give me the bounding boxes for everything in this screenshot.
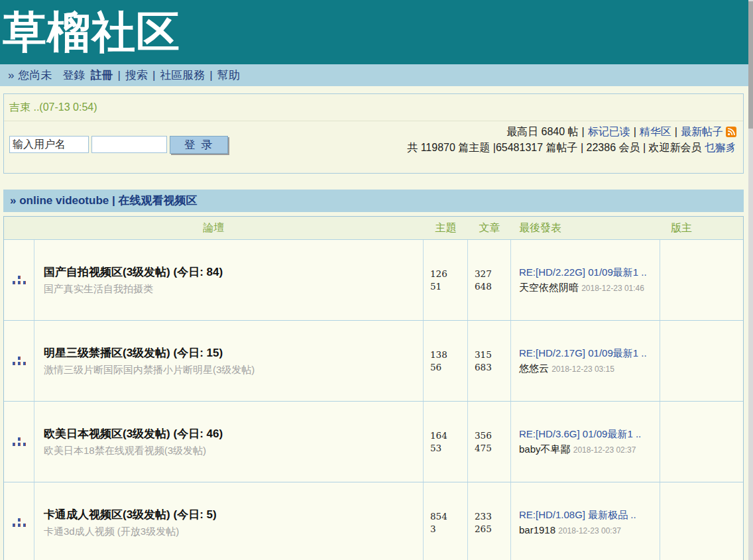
- broken-image-icon: [13, 357, 26, 365]
- stats-separator: |: [634, 126, 636, 137]
- announcement-text[interactable]: 吉束 ..(07-13 0:54): [4, 94, 743, 121]
- daily-record-text: 最高日 6840 帖: [506, 126, 578, 137]
- page: 草榴社区 »您尚未登錄註冊|搜索|社區服務|幫助 吉束 ..(07-13 0:5…: [0, 0, 748, 560]
- nav-register-link[interactable]: 註冊: [90, 69, 113, 82]
- last-post-time: 2018-12-23 02:37: [573, 445, 636, 455]
- moderator-cell: [660, 482, 743, 560]
- forum-description: 激情三级片断国际国内禁播小片断明星(3级发帖): [44, 363, 416, 376]
- rss-icon[interactable]: [726, 127, 736, 137]
- forum-title-link[interactable]: 欧美日本视频区(3级发帖) (今日: 46): [44, 427, 416, 441]
- login-button[interactable]: 登 录: [170, 136, 228, 154]
- totals-text: 共 119870 篇主题 |65481317 篇帖子 | 22386 会员 | …: [407, 142, 701, 153]
- login-status-text: 您尚未: [18, 69, 52, 82]
- scrollbar-thumb[interactable]: [748, 1, 753, 129]
- stats-separator: |: [675, 126, 677, 137]
- digest-link[interactable]: 精华区: [640, 126, 671, 137]
- forum-table-header: 論壇 主題 文章 最後發表 版主: [4, 217, 743, 239]
- stats-line-1: 最高日 6840 帖|标记已读|精华区|最新帖子: [407, 124, 736, 140]
- password-input[interactable]: [91, 136, 167, 153]
- last-post-author[interactable]: 天空依然阴暗: [519, 282, 579, 293]
- nav-separator: |: [117, 69, 120, 82]
- forum-row: 卡通成人视频区(3级发帖) (今日: 5) 卡通3d成人视频 (开放3级发帖) …: [4, 482, 743, 560]
- last-post-author[interactable]: baby不卑鄙: [519, 443, 571, 455]
- notice-login-panel: 吉束 ..(07-13 0:54) 登 录 最高日 6840 帖|标记已读|精华…: [3, 93, 744, 174]
- mark-read-link[interactable]: 标记已读: [588, 126, 630, 137]
- last-post-time: 2018-12-23 01:46: [581, 284, 644, 293]
- nav-help-link[interactable]: 幫助: [217, 69, 240, 82]
- broken-image-icon: [13, 276, 26, 284]
- moderator-cell: [660, 321, 743, 401]
- header-forum: 論壇: [4, 221, 424, 235]
- last-post-time: 2018-12-23 03:15: [551, 364, 614, 374]
- last-post-author[interactable]: bar1918: [519, 524, 555, 535]
- forum-row: 明星三级禁播区(3级发帖) (今日: 15) 激情三级片断国际国内禁播小片断明星…: [4, 320, 743, 401]
- new-member-link[interactable]: 乜獬豸: [705, 142, 736, 153]
- broken-image-icon: [13, 518, 26, 527]
- moderator-cell: [660, 240, 743, 320]
- forum-title-link[interactable]: 国产自拍视频区(3级发帖) (今日: 84): [44, 265, 416, 280]
- site-header: 草榴社区: [0, 0, 748, 64]
- header-moderator: 版主: [660, 221, 743, 235]
- forum-status-icon: [4, 482, 34, 560]
- category-section-title[interactable]: » online videotube | 在线观看视频区: [3, 190, 744, 212]
- nav-separator: |: [152, 69, 155, 82]
- last-post-author[interactable]: 悠悠云: [519, 363, 549, 374]
- last-post-link[interactable]: RE:[HD/3.6G] 01/09最新1 ..: [519, 427, 654, 441]
- post-count: 327648: [475, 268, 497, 292]
- last-post-link[interactable]: RE:[HD/2.22G] 01/09最新1 ..: [519, 265, 654, 279]
- forum-status-icon: [4, 402, 34, 482]
- forum-description: 卡通3d成人视频 (开放3级发帖): [44, 525, 416, 538]
- topic-count: 12651: [430, 268, 453, 292]
- forum-title-link[interactable]: 卡通成人视频区(3级发帖) (今日: 5): [44, 508, 416, 522]
- topic-count: 13856: [430, 349, 453, 372]
- forum-table: 論壇 主題 文章 最後發表 版主 国产自拍视频区(3级发帖) (今日: 84) …: [3, 216, 744, 560]
- forum-status-icon: [4, 321, 34, 401]
- forum-row: 国产自拍视频区(3级发帖) (今日: 84) 国产真实生活自我拍摄类 12651…: [4, 239, 743, 320]
- last-post-link[interactable]: RE:[HD/2.17G] 01/09最新1 ..: [519, 346, 654, 360]
- post-count: 356475: [475, 429, 497, 453]
- moderator-cell: [660, 402, 743, 482]
- stats-line-2: 共 119870 篇主题 |65481317 篇帖子 | 22386 会员 | …: [407, 140, 736, 156]
- broken-image-icon: [13, 437, 26, 446]
- nav-login-link[interactable]: 登錄: [62, 69, 85, 82]
- board-stats: 最高日 6840 帖|标记已读|精华区|最新帖子 共 119870 篇主题 |6…: [407, 124, 738, 156]
- vertical-scrollbar[interactable]: [748, 0, 753, 560]
- post-count: 233265: [475, 510, 497, 534]
- nav-separator: |: [209, 69, 212, 82]
- last-post-link[interactable]: RE:[HD/1.08G] 最新极品 ..: [519, 508, 654, 522]
- header-topics: 主題: [424, 221, 468, 235]
- topic-count: 8543: [430, 510, 453, 534]
- header-last-post: 最後發表: [511, 221, 660, 235]
- nav-arrow: »: [8, 69, 14, 82]
- stats-separator: |: [582, 126, 585, 137]
- site-logo-title: 草榴社区: [0, 0, 748, 61]
- nav-services-link[interactable]: 社區服務: [160, 69, 205, 82]
- forum-row: 欧美日本视频区(3级发帖) (今日: 46) 欧美日本18禁在线观看视频(3级发…: [4, 401, 743, 482]
- forum-description: 国产真实生活自我拍摄类: [44, 282, 416, 296]
- post-count: 315683: [475, 349, 497, 372]
- username-input[interactable]: [9, 136, 89, 153]
- login-form: 登 录: [9, 133, 228, 156]
- forum-title-link[interactable]: 明星三级禁播区(3级发帖) (今日: 15): [44, 346, 416, 361]
- last-post-time: 2018-12-23 00:37: [558, 526, 621, 535]
- header-posts: 文章: [468, 221, 511, 235]
- forum-description: 欧美日本18禁在线观看视频(3级发帖): [44, 444, 416, 457]
- top-navbar: »您尚未登錄註冊|搜索|社區服務|幫助: [0, 64, 748, 86]
- forum-status-icon: [4, 240, 34, 320]
- nav-search-link[interactable]: 搜索: [125, 69, 148, 82]
- latest-posts-link[interactable]: 最新帖子: [681, 126, 723, 137]
- topic-count: 16453: [430, 429, 453, 453]
